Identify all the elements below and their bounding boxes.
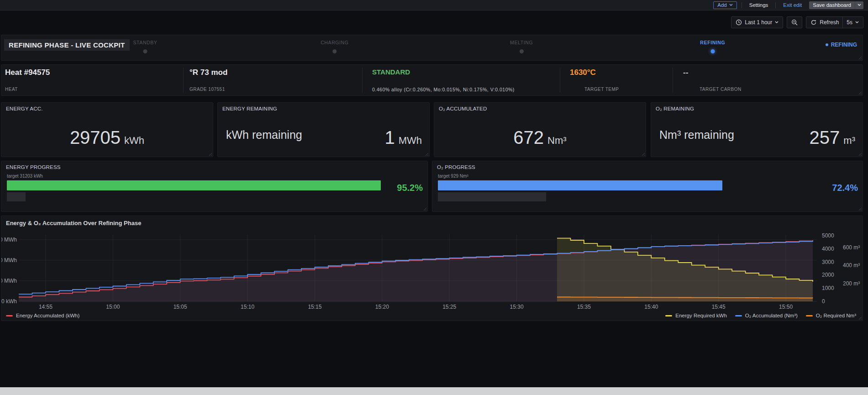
o2-progress-panel: O₂ PROGRESS target 929 Nm³ 72.4% bbox=[432, 161, 863, 212]
legend-right-group: Energy Required kWhO₂ Accumulated (Nm³)O… bbox=[665, 313, 856, 318]
stat-value: 257 m³ bbox=[810, 125, 855, 150]
column-divider bbox=[183, 68, 184, 92]
phase-step-standby: STANDBY bbox=[133, 40, 157, 53]
stat-text: Nm³ remaining bbox=[659, 128, 734, 142]
progress-bar-fill bbox=[7, 180, 381, 190]
column-divider bbox=[673, 68, 673, 92]
stat-unit: Nm³ bbox=[547, 135, 567, 147]
clock-icon bbox=[736, 19, 742, 26]
stat-unit: kWh bbox=[124, 135, 144, 147]
time-range-picker[interactable]: Last 1 hour bbox=[731, 16, 783, 28]
svg-text:15:20: 15:20 bbox=[375, 304, 389, 310]
svg-text:15:45: 15:45 bbox=[712, 304, 726, 310]
column-divider bbox=[362, 68, 363, 92]
svg-text:15:25: 15:25 bbox=[442, 304, 456, 310]
toolbar-separator bbox=[742, 2, 742, 8]
svg-text:4000: 4000 bbox=[822, 246, 834, 252]
save-dashboard-caret[interactable] bbox=[855, 1, 863, 9]
progress-percent: 72.4% bbox=[832, 183, 858, 193]
current-phase-badge: REFINING bbox=[826, 42, 857, 48]
svg-text:15:40: 15:40 bbox=[644, 304, 658, 310]
panel-title: ENERGY ACC. bbox=[6, 106, 43, 111]
stat-unit: MWh bbox=[399, 135, 422, 147]
zoom-out-button[interactable] bbox=[787, 16, 802, 28]
phase-label: REFINING bbox=[700, 40, 725, 45]
stat-number: 672 bbox=[513, 125, 544, 150]
save-dashboard-button[interactable]: Save dashboard bbox=[809, 1, 863, 9]
heat-number: Heat #94575 bbox=[5, 68, 50, 77]
refresh-group: Refresh 5s bbox=[806, 16, 863, 28]
toolbar-separator bbox=[775, 2, 776, 8]
add-button-label: Add bbox=[717, 2, 726, 8]
button-divider bbox=[842, 17, 843, 28]
stat-value: 672 Nm³ bbox=[434, 125, 646, 150]
current-phase-label: REFINING bbox=[831, 42, 857, 48]
legend-item[interactable]: O₂ Required Nm³ bbox=[806, 313, 856, 318]
target-carbon-label: TARGET CARBON bbox=[700, 87, 742, 92]
legend-item[interactable]: Energy Required kWh bbox=[665, 313, 727, 318]
time-controls: Last 1 hour Refresh 5s bbox=[731, 16, 863, 28]
bottom-strip bbox=[0, 387, 868, 395]
panel-title: ENERGY REMAINING bbox=[222, 106, 277, 111]
panel-title: ENERGY PROGRESS bbox=[6, 164, 61, 170]
svg-text:15:05: 15:05 bbox=[174, 304, 187, 310]
refresh-label[interactable]: Refresh bbox=[820, 19, 839, 26]
svg-text:0 kWh: 0 kWh bbox=[1, 298, 17, 305]
svg-text:14:55: 14:55 bbox=[39, 304, 53, 310]
phase-dot bbox=[826, 43, 828, 46]
energy-progress-panel: ENERGY PROGRESS target 31203 kWh 95.2% bbox=[1, 161, 428, 212]
refresh-interval-label[interactable]: 5s bbox=[847, 19, 852, 26]
svg-text:0: 0 bbox=[822, 298, 825, 305]
phase-header-panel: REFINING PHASE - LIVE COCKPIT STANDBYCHA… bbox=[1, 35, 863, 61]
svg-text:15:50: 15:50 bbox=[779, 304, 793, 310]
energy-remaining-panel: ENERGY REMAINING kWh remaining 1 MWh bbox=[217, 102, 430, 157]
heat-number-label: HEAT bbox=[5, 87, 18, 92]
refresh-icon[interactable] bbox=[810, 19, 817, 26]
target-label: target 31203 kWh bbox=[7, 174, 43, 179]
dashboard: Add Settings Exit edit Save dashboard La… bbox=[0, 0, 868, 395]
phase-label: MELTING bbox=[510, 40, 533, 45]
legend-item[interactable]: O₂ Accumulated (Nm³) bbox=[735, 313, 798, 318]
grade-value: °R 73 mod bbox=[189, 68, 227, 77]
svg-text:30 MWh: 30 MWh bbox=[1, 237, 17, 243]
legend-color-dash bbox=[6, 315, 13, 316]
heat-info-panel: Heat #94575 HEAT °R 73 mod GRADE 107551 … bbox=[1, 64, 863, 96]
add-button[interactable]: Add bbox=[713, 1, 736, 9]
column-divider bbox=[560, 68, 560, 92]
zoom-out-icon bbox=[791, 19, 798, 26]
chart-legend: Energy Accumulated (kWh) Energy Required… bbox=[6, 313, 856, 318]
svg-text:15:00: 15:00 bbox=[106, 304, 120, 310]
legend-color-dash bbox=[665, 315, 672, 316]
progress-bar-remaining bbox=[438, 192, 546, 201]
phase-dot bbox=[332, 49, 337, 53]
stat-number: 29705 bbox=[70, 125, 121, 150]
stat-value: 29705 kWh bbox=[1, 125, 213, 150]
grade-label: GRADE 107551 bbox=[189, 87, 225, 92]
svg-text:1000: 1000 bbox=[822, 285, 834, 291]
svg-text:200 m³: 200 m³ bbox=[843, 280, 860, 287]
page-title: REFINING PHASE - LIVE COCKPIT bbox=[4, 39, 130, 51]
chevron-down-icon bbox=[729, 4, 733, 6]
target-carbon-value: -- bbox=[683, 68, 688, 77]
exit-edit-button[interactable]: Exit edit bbox=[780, 2, 805, 8]
target-temp-value: 1630°C bbox=[570, 68, 596, 77]
stat-number: 257 bbox=[810, 125, 840, 150]
legend-left-group: Energy Accumulated (kWh) bbox=[6, 313, 79, 318]
svg-text:5000: 5000 bbox=[822, 232, 834, 239]
phase-label: CHARGING bbox=[321, 40, 348, 45]
legend-color-dash bbox=[806, 315, 813, 316]
legend-color-dash bbox=[735, 315, 742, 316]
time-range-label: Last 1 hour bbox=[745, 19, 772, 26]
svg-text:600 m³: 600 m³ bbox=[843, 244, 860, 251]
legend-label: Energy Accumulated (kWh) bbox=[16, 313, 79, 318]
energy-acc-panel: ENERGY ACC. 29705 kWh bbox=[1, 102, 213, 157]
o2-accumulated-panel: O₂ ACCUMULATED 672 Nm³ bbox=[434, 102, 646, 157]
panel-title: O₂ PROGRESS bbox=[437, 164, 475, 170]
legend-item[interactable]: Energy Accumulated (kWh) bbox=[6, 313, 79, 318]
target-label: target 929 Nm³ bbox=[438, 174, 468, 179]
svg-text:20 MWh: 20 MWh bbox=[1, 257, 17, 263]
time-series-chart[interactable]: 0 kWh10 MWh20 MWh30 MWh01000200030004000… bbox=[1, 216, 863, 311]
legend-label: O₂ Required Nm³ bbox=[816, 313, 856, 318]
settings-button[interactable]: Settings bbox=[747, 2, 771, 8]
target-temp-label: TARGET TEMP bbox=[584, 87, 619, 92]
